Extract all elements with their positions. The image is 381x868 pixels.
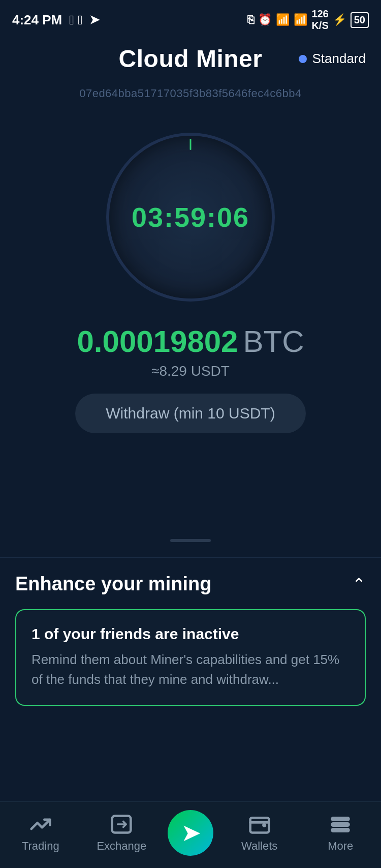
- mining-circle-container[interactable]: 03:59:06: [109, 136, 272, 298]
- nav-item-more[interactable]: More: [300, 813, 381, 853]
- wallets-label: Wallets: [241, 840, 277, 853]
- bottom-nav: Trading Exchange ➤ Wallets More: [0, 801, 381, 868]
- center-action-button[interactable]: ➤: [168, 810, 213, 856]
- exchange-icon: [110, 813, 133, 835]
- wallet-address[interactable]: 07ed64bba51717035f3b83f5646fec4c6bb4: [0, 82, 381, 110]
- standard-dot: [299, 55, 307, 63]
- status-time: 4:24 PM: [12, 12, 62, 28]
- trading-label: Trading: [22, 840, 59, 853]
- telegram-icon: ➤: [89, 13, 100, 27]
- speed-icon: 126K/S: [311, 8, 328, 32]
- status-right: ⎘ ⏰ 📶 📶 126K/S ⚡ 50: [247, 8, 369, 32]
- facebook-icon:  : [69, 12, 82, 28]
- vibrate-icon: ⎘: [247, 13, 254, 26]
- enhance-section: Enhance your mining ⌃ 1 of your friends …: [0, 557, 381, 706]
- nav-item-trading[interactable]: Trading: [0, 813, 81, 853]
- spacer: [0, 458, 381, 539]
- friend-card[interactable]: 1 of your friends are inactive Remind th…: [15, 609, 366, 706]
- svg-rect-2: [332, 818, 349, 820]
- exchange-label: Exchange: [97, 840, 146, 853]
- alarm-icon: ⏰: [258, 13, 272, 26]
- more-label: More: [328, 840, 353, 853]
- withdraw-button[interactable]: Withdraw (min 10 USDT): [75, 394, 305, 433]
- usdt-value: ≈8.29 USDT: [151, 363, 230, 379]
- progress-indicator: [190, 139, 192, 150]
- btc-value: 0.00019802: [77, 324, 238, 358]
- friend-card-title: 1 of your friends are inactive: [31, 625, 350, 643]
- app-header: Cloud Miner Standard: [0, 36, 381, 82]
- nav-item-exchange[interactable]: Exchange: [81, 813, 163, 853]
- center-icon: ➤: [182, 821, 200, 846]
- wallets-icon: [248, 813, 271, 835]
- wifi-icon: 📶: [276, 13, 290, 26]
- status-bar: 4:24 PM   ➤ ⎘ ⏰ 📶 📶 126K/S ⚡ 50: [0, 0, 381, 36]
- battery-indicator: 50: [351, 12, 369, 28]
- standard-badge: Standard: [299, 51, 366, 67]
- collapse-icon[interactable]: ⌃: [352, 575, 366, 594]
- btc-amount-display: 0.00019802BTC: [77, 324, 304, 359]
- svg-rect-4: [332, 829, 349, 831]
- nav-item-wallets[interactable]: Wallets: [219, 813, 300, 853]
- page-title: Cloud Miner: [119, 45, 263, 73]
- drag-bar: [170, 539, 211, 542]
- signal-icon: 📶: [294, 13, 307, 26]
- lightning-icon: ⚡: [333, 13, 346, 26]
- mining-circle: 03:59:06: [109, 136, 272, 298]
- standard-label: Standard: [312, 51, 366, 67]
- enhance-header: Enhance your mining ⌃: [15, 573, 366, 595]
- nav-item-center[interactable]: ➤: [162, 810, 219, 856]
- trading-icon: [29, 813, 52, 835]
- status-left: 4:24 PM   ➤: [12, 12, 100, 28]
- more-icon: [329, 813, 352, 835]
- mining-area: 03:59:06 0.00019802BTC ≈8.29 USDT Withdr…: [0, 110, 381, 458]
- btc-unit: BTC: [243, 324, 304, 358]
- enhance-title: Enhance your mining: [15, 573, 211, 595]
- friend-card-description: Remind them about Miner's capabilities a…: [31, 650, 350, 690]
- svg-rect-3: [332, 823, 349, 826]
- countdown-timer: 03:59:06: [132, 201, 249, 233]
